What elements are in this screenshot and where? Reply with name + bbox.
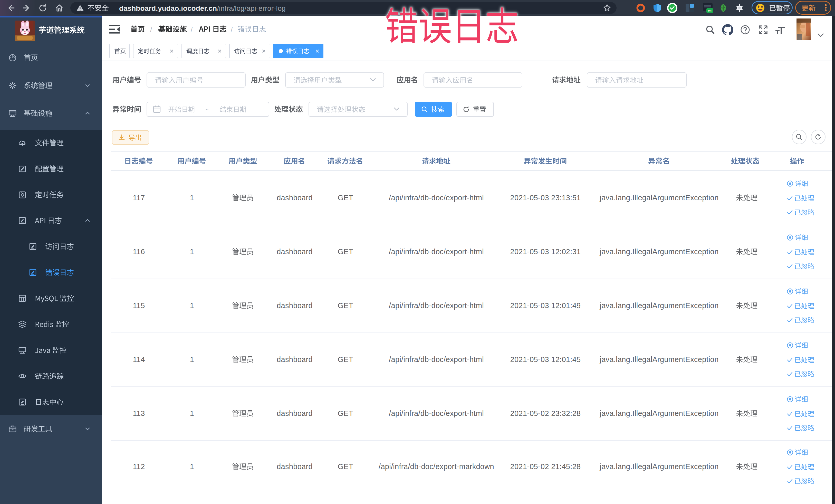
svg-text:on: on [708, 9, 712, 12]
